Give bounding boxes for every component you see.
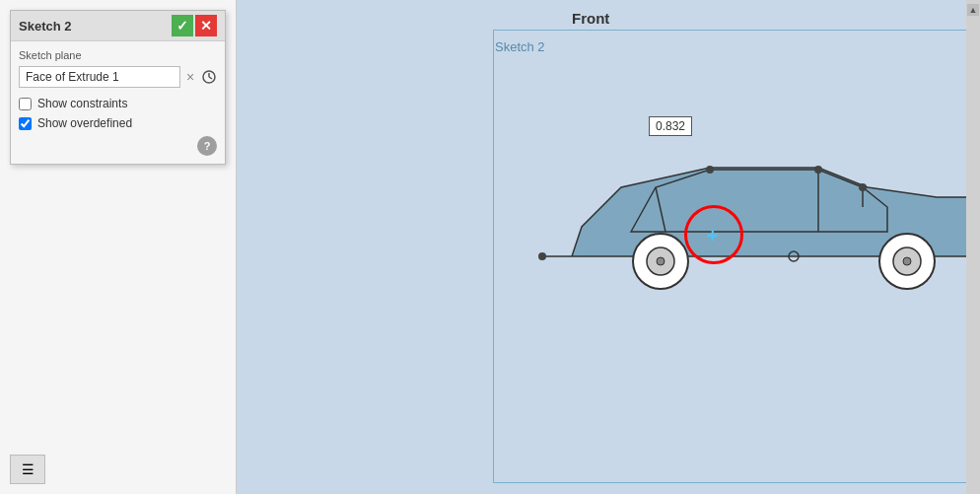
sketch-label: Sketch 2: [495, 39, 545, 54]
show-overdefined-label[interactable]: Show overdefined: [37, 116, 132, 130]
svg-line-2: [209, 77, 212, 79]
show-overdefined-checkbox[interactable]: [19, 117, 32, 130]
left-toolbar: ☰: [0, 445, 236, 494]
list-button[interactable]: ☰: [10, 455, 45, 484]
confirm-button[interactable]: ✓: [172, 15, 193, 36]
dialog-header-buttons: ✓ ✕: [172, 15, 217, 36]
show-constraints-checkbox[interactable]: [19, 98, 32, 110]
close-button[interactable]: ✕: [195, 15, 217, 36]
car-container: [513, 108, 966, 306]
svg-point-10: [657, 257, 665, 265]
clock-icon[interactable]: [200, 65, 217, 89]
help-button[interactable]: ?: [197, 136, 217, 156]
sketch-plane-input[interactable]: [19, 66, 180, 88]
viewport[interactable]: Front Sketch 2 0.832: [237, 0, 966, 494]
sketch-plane-row: ×: [19, 65, 217, 89]
show-constraints-label[interactable]: Show constraints: [37, 97, 127, 110]
svg-point-13: [903, 257, 911, 265]
dialog-body: Sketch plane × Show constraints S: [11, 41, 225, 164]
show-constraints-row: Show constraints: [19, 97, 217, 110]
svg-point-15: [538, 252, 546, 260]
clear-button[interactable]: ×: [184, 68, 196, 86]
left-panel: Sketch 2 ✓ ✕ Sketch plane ×: [0, 0, 237, 494]
svg-point-20: [859, 183, 867, 191]
car-svg: [513, 108, 966, 306]
show-overdefined-row: Show overdefined: [19, 116, 217, 130]
right-scrollbar[interactable]: ▲: [966, 0, 980, 494]
dialog-header: Sketch 2 ✓ ✕: [11, 11, 225, 41]
help-row: ?: [19, 136, 217, 156]
dialog-title: Sketch 2: [19, 19, 71, 34]
sketch-plane-label: Sketch plane: [19, 49, 217, 61]
svg-point-19: [814, 166, 822, 174]
scroll-up-arrow[interactable]: ▲: [967, 4, 979, 16]
list-icon: ☰: [22, 461, 35, 477]
front-label: Front: [572, 10, 609, 27]
svg-point-18: [706, 166, 714, 174]
sketch-dialog: Sketch 2 ✓ ✕ Sketch plane ×: [10, 10, 226, 165]
